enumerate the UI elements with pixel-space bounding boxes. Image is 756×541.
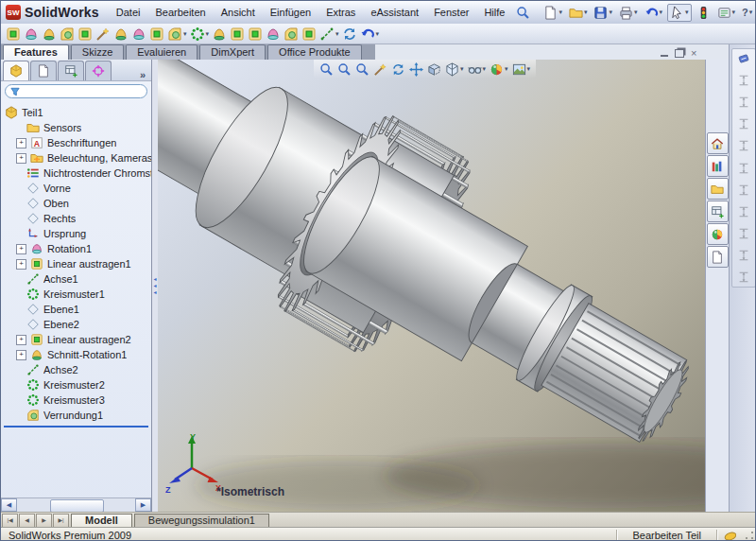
options-button[interactable]: ▾ xyxy=(715,5,738,21)
dropdown-arrow-icon[interactable]: ▾ xyxy=(584,9,588,16)
tree-item-linear-austragen2[interactable]: +Linear austragen2 xyxy=(1,332,151,347)
zoom-in-out-icon[interactable] xyxy=(355,62,369,77)
scroll-right-button[interactable]: ▶ xyxy=(135,498,151,512)
tree-item-nichtrostender-chromstahl[interactable]: Nichtrostender Chromstahl xyxy=(1,166,151,181)
hide-show-items-icon[interactable]: ▾ xyxy=(468,62,487,77)
edit-appearance-icon[interactable]: ▾ xyxy=(490,62,508,77)
dome-icon[interactable] xyxy=(284,26,299,42)
expand-plus-icon[interactable]: + xyxy=(16,138,26,148)
tree-item-verrundung1[interactable]: Verrundung1 xyxy=(1,408,151,423)
task-pane-design-library-button[interactable] xyxy=(707,155,729,177)
print-button[interactable]: ▾ xyxy=(617,5,640,21)
dropdown-arrow-icon[interactable]: ▾ xyxy=(206,30,210,38)
extruded-cut-icon[interactable] xyxy=(77,26,93,42)
model-render-gear-shaft[interactable] xyxy=(158,60,705,512)
fillet-icon[interactable]: ▾ xyxy=(167,26,187,42)
shell-icon[interactable] xyxy=(230,26,245,42)
expand-plus-icon[interactable]: + xyxy=(16,350,26,360)
tree-item-achse2[interactable]: Achse2 xyxy=(1,362,151,377)
scrollbar-track[interactable] xyxy=(17,499,135,511)
dropdown-arrow-icon[interactable]: ▾ xyxy=(376,30,380,38)
task-pane-file-explorer-button[interactable] xyxy=(707,178,729,200)
new-button[interactable]: ▾ xyxy=(541,5,564,21)
dropdown-arrow-icon[interactable]: ▾ xyxy=(183,30,187,38)
tree-item-sensors[interactable]: Sensors xyxy=(1,120,151,135)
task-pane-appearances-scenes-button[interactable] xyxy=(707,223,729,245)
tab-skizze[interactable]: Skizze xyxy=(71,44,124,60)
horizontal-dimension-icon[interactable] xyxy=(737,96,750,109)
dropdown-arrow-icon[interactable]: ▾ xyxy=(335,30,339,38)
wrap-icon[interactable] xyxy=(266,26,281,42)
select-button[interactable]: ▾ xyxy=(667,4,692,22)
weld-symbol-icon[interactable] xyxy=(737,270,750,284)
panel-tab-dimxpertmanager[interactable] xyxy=(85,61,112,80)
menu-eassistant[interactable]: eAssistant xyxy=(363,3,426,22)
tree-item-schnitt-rotation1[interactable]: +Schnitt-Rotation1 xyxy=(1,347,151,362)
rebuild-button[interactable] xyxy=(695,5,713,21)
resize-grip[interactable] xyxy=(744,530,755,541)
tree-item-rotation1[interactable]: +Rotation1 xyxy=(1,241,151,256)
swept-boss-icon[interactable] xyxy=(42,26,57,42)
rollback-bar[interactable] xyxy=(4,426,148,428)
reference-geometry-icon[interactable]: ▾ xyxy=(319,26,339,42)
save-button[interactable]: ▾ xyxy=(592,5,614,21)
zoom-to-area-icon[interactable] xyxy=(337,62,352,77)
view-orientation-icon[interactable]: ▾ xyxy=(445,62,464,77)
graphics-viewport[interactable]: ▾▾▾▾ Y X Z *Isometrisch xyxy=(158,60,705,512)
tree-item-ursprung[interactable]: Ursprung xyxy=(1,226,151,241)
datum-feature-icon[interactable] xyxy=(737,249,750,262)
dropdown-arrow-icon[interactable]: ▾ xyxy=(505,65,508,73)
open-button[interactable]: ▾ xyxy=(567,5,590,21)
draft-icon[interactable] xyxy=(212,26,227,42)
menu-hilfe[interactable]: Hilfe xyxy=(476,3,512,22)
feature-tree-filter-input[interactable] xyxy=(5,84,147,98)
lofted-boss-icon[interactable] xyxy=(60,26,75,42)
document-close-button[interactable]: × xyxy=(691,48,696,58)
tree-item-vorne[interactable]: Vorne xyxy=(1,181,151,196)
zoom-to-fit-icon[interactable] xyxy=(319,62,334,77)
task-pane-custom-properties-button[interactable] xyxy=(707,246,729,268)
tree-item-kreismuster1[interactable]: Kreismuster1 xyxy=(1,287,151,302)
linear-pattern-icon[interactable]: ▾ xyxy=(190,26,210,42)
menu-datei[interactable]: Datei xyxy=(109,3,148,22)
swept-cut-icon[interactable] xyxy=(131,26,146,42)
menu-einfügen[interactable]: Einfügen xyxy=(263,3,318,22)
surface-finish-icon[interactable] xyxy=(737,227,750,240)
tab-office-produkte[interactable]: Office Produkte xyxy=(267,44,362,60)
help-button[interactable]: ?▾ xyxy=(740,6,754,19)
ordinate-dimension-icon[interactable] xyxy=(737,161,750,174)
panel-tab-configurationmanager[interactable] xyxy=(58,61,84,80)
document-tab-modell[interactable]: Modell xyxy=(71,514,132,528)
rib-icon[interactable] xyxy=(248,26,263,42)
tree-item-achse1[interactable]: Achse1 xyxy=(1,271,151,287)
mirror-icon[interactable] xyxy=(301,26,317,42)
tree-item-beschriftungen[interactable]: +Beschriftungen xyxy=(1,135,151,150)
hole-wizard-icon[interactable] xyxy=(95,26,111,42)
menu-extras[interactable]: Extras xyxy=(318,3,363,22)
document-tab-bewegungssimulation1[interactable]: Bewegungssimulation1 xyxy=(134,514,269,528)
scrollbar-thumb[interactable] xyxy=(50,499,104,513)
tree-item-beleuchtung-kameras-und-bühn[interactable]: +Beleuchtung, Kameras und Bühn xyxy=(1,150,151,166)
apply-scene-icon[interactable]: ▾ xyxy=(512,62,531,77)
document-minimize-button[interactable] xyxy=(661,49,668,57)
tab-evaluieren[interactable]: Evaluieren xyxy=(126,44,198,60)
expand-plus-icon[interactable]: + xyxy=(16,153,26,164)
dropdown-arrow-icon[interactable]: ▾ xyxy=(732,9,736,16)
tree-item-ebene2[interactable]: Ebene2 xyxy=(1,317,151,332)
panel-tab-featuremanager-tree[interactable] xyxy=(3,61,29,80)
extruded-boss-icon[interactable] xyxy=(6,26,21,42)
panel-tabs-overflow-chevron[interactable]: » xyxy=(134,69,151,80)
instant3d-icon[interactable] xyxy=(342,26,357,42)
curves-icon[interactable]: ▾ xyxy=(360,26,380,42)
smart-dimension-icon[interactable] xyxy=(737,74,750,87)
undo-button[interactable]: ▾ xyxy=(643,5,665,21)
revolved-cut-icon[interactable] xyxy=(113,26,129,42)
tree-item-ebene1[interactable]: Ebene1 xyxy=(1,302,151,317)
dropdown-arrow-icon[interactable]: ▾ xyxy=(660,9,663,16)
vertical-dimension-icon[interactable] xyxy=(737,117,750,131)
dropdown-arrow-icon[interactable]: ▾ xyxy=(634,9,638,16)
task-pane-solidworks-resources-button[interactable] xyxy=(707,132,729,154)
revolved-boss-icon[interactable] xyxy=(24,26,39,42)
dropdown-arrow-icon[interactable]: ▾ xyxy=(609,9,612,16)
sheet-nav-last-button[interactable]: ▶| xyxy=(53,514,69,528)
